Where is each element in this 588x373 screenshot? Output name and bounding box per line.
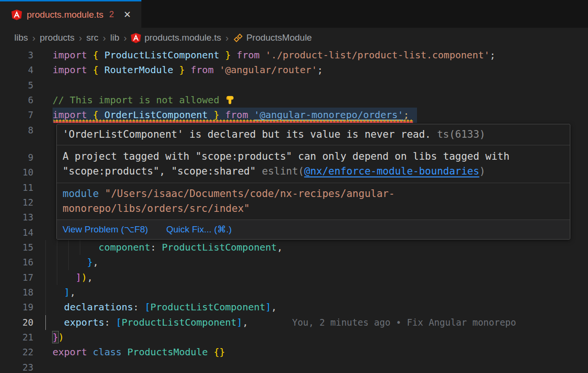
line-number[interactable]: 23 [0,360,33,373]
code-line-21: 21}) [0,330,588,345]
code-line-5: 5 [0,78,588,93]
tab-bar: products.module.ts 2 ✕ [0,0,588,28]
line-number[interactable]: 12 [0,195,33,210]
git-blame-annotation: You, 2 minutes ago • Fix Angular monorep… [292,317,516,328]
hover-module-info: module "/Users/isaac/Documents/code/nx-r… [57,183,570,220]
hover-diagnostic-eslint: A project tagged with "scope:products" c… [57,145,570,183]
breadcrumb-item-productsmodule[interactable]: ProductsModule [233,33,312,43]
module-keyword: module [63,188,99,199]
line-number[interactable]: 9 [0,150,33,165]
tab-title: products.module.ts [27,10,104,20]
code-line-content[interactable]: exports: [ProductListComponent],You, 2 m… [33,315,588,330]
line-number[interactable]: 8 [0,123,33,138]
code-line-content[interactable]: component: ProductListComponent, [33,240,588,255]
diagnostic-ts-message: 'OrderListComponent' is declared but its… [63,129,431,140]
code-line-16: 16 }, [0,255,588,270]
eslint-message-line1: A project tagged with "scope:products" c… [63,149,564,164]
breadcrumb-item-libs[interactable]: libs [14,33,28,43]
hover-tooltip: 'OrderListComponent' is declared but its… [56,124,570,240]
line-number[interactable]: 10 [0,165,33,180]
line-number[interactable]: 7 [0,108,33,122]
code-line-content[interactable] [33,360,588,373]
breadcrumb-item-src[interactable]: src [86,33,98,43]
bracket-match: } [53,331,58,343]
chevron-right-icon: › [225,33,229,44]
code-line-content[interactable]: export class ProductsModule {} [33,345,588,360]
breadcrumb: libs›products›src›lib›products.module.ts… [0,28,588,48]
line-number[interactable]: 14 [0,225,33,240]
pointing-down-emoji-icon [225,95,235,105]
angular-icon [131,33,141,43]
angular-icon [11,10,22,20]
line-number[interactable]: 15 [0,240,33,255]
chevron-right-icon: › [103,33,106,44]
code-line-content[interactable]: ]), [33,270,588,285]
chevron-right-icon: › [32,33,36,44]
line-number[interactable]: 21 [0,330,33,345]
code-line-3: 3import { ProductListComponent } from '.… [0,48,588,63]
code-line-content[interactable]: ], [33,285,588,300]
code-line-18: 18 ], [0,285,588,300]
code-line-content[interactable]: // This import is not allowed [33,93,588,108]
quick-fix-link[interactable]: Quick Fix... (⌘.) [166,223,232,236]
vscode-window: products.module.ts 2 ✕ libs›products›src… [0,0,588,373]
tab-error-count-badge: 2 [109,10,114,20]
diagnostic-ts-source: ts(6133) [431,129,485,140]
error-line-highlight: import { OrderListComponent } from '@ang… [53,108,417,122]
close-icon[interactable]: ✕ [124,9,131,20]
line-number[interactable]: 17 [0,270,33,285]
code-line-7: 7import { OrderListComponent } from '@an… [0,108,588,122]
code-line-22: 22export class ProductsModule {} [0,345,588,360]
code-line-content[interactable]: import { ProductListComponent } from './… [33,48,588,63]
line-number[interactable]: 6 [0,93,33,108]
line-number[interactable]: 5 [0,78,33,93]
code-line-6: 6// This import is not allowed [0,93,588,108]
code-line-17: 17 ]), [0,270,588,285]
view-problem-link[interactable]: View Problem (⌥F8) [63,223,148,236]
eslint-message-line2: "scope:products", "scope:shared" eslint(… [63,164,564,179]
code-line-content[interactable]: declarations: [ProductListComponent], [33,300,588,315]
code-line-content[interactable]: }, [33,255,588,270]
line-number[interactable]: 11 [0,180,33,195]
line-number[interactable]: 16 [0,255,33,270]
line-number[interactable]: 19 [0,300,33,315]
tab-products-module[interactable]: products.module.ts 2 ✕ [0,0,141,28]
chevron-right-icon: › [79,33,82,44]
hover-actions: View Problem (⌥F8) Quick Fix... (⌘.) [57,220,570,239]
code-line-23: 23 [0,360,588,373]
code-line-19: 19 declarations: [ProductListComponent], [0,300,588,315]
line-number[interactable]: 4 [0,63,33,77]
code-line-content[interactable]: }) [33,330,588,345]
line-number[interactable]: 20 [0,315,33,330]
chevron-right-icon: › [124,33,127,44]
hover-diagnostic-ts: 'OrderListComponent' is declared but its… [57,124,570,145]
code-line-15: 15 component: ProductListComponent, [0,240,588,255]
code-line-4: 4import { RouterModule } from '@angular/… [0,63,588,77]
eslint-rule-link[interactable]: @nx/enforce-module-boundaries [304,165,480,177]
code-line-content[interactable]: import { RouterModule } from '@angular/r… [33,63,588,77]
breadcrumb-item-lib[interactable]: lib [110,33,119,43]
code-line-20: 20 exports: [ProductListComponent],You, … [0,315,588,330]
breadcrumb-item-products-module-ts[interactable]: products.module.ts [131,33,221,43]
line-number[interactable]: 18 [0,285,33,300]
class-icon [233,33,243,43]
code-line-content[interactable] [33,78,588,93]
code-line-content[interactable]: import { OrderListComponent } from '@ang… [33,108,588,122]
line-number[interactable]: 13 [0,210,33,225]
line-number[interactable]: 22 [0,345,33,360]
line-number[interactable]: 3 [0,48,33,63]
breadcrumb-item-products[interactable]: products [40,33,75,43]
